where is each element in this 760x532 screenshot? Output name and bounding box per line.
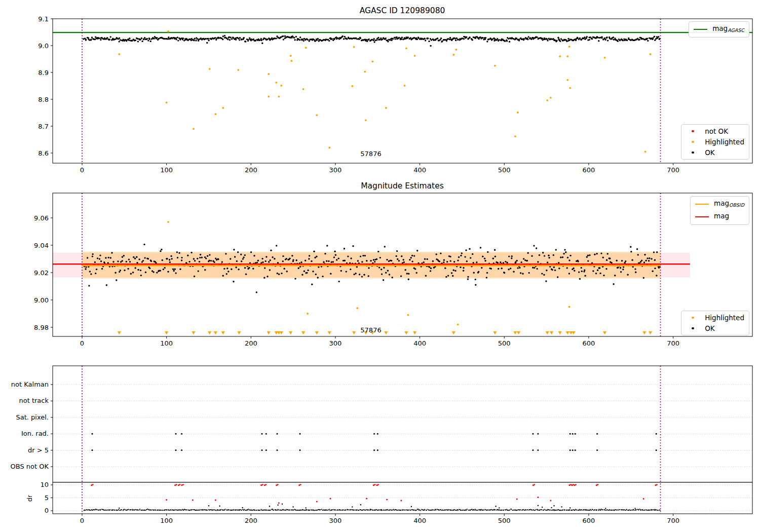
obsid-annotation-plot1: 57876 — [360, 150, 381, 158]
row-label-not-track: not track — [19, 396, 49, 405]
obsid-annotation-plot2: 57876 — [360, 326, 381, 334]
black-dot-swatch — [686, 151, 700, 154]
figure-canvas: 01002003004005006007009.19.08.98.88.78.6… — [0, 0, 760, 532]
svg-text:100: 100 — [160, 517, 173, 524]
row-label-dr-gt-5: dr > 5 — [28, 446, 49, 455]
svg-text:0: 0 — [80, 517, 84, 524]
plot1-title: AGASC ID 120989080 — [360, 6, 445, 15]
legend-entry-mag: mag — [695, 212, 744, 222]
ok-points-plot1 — [83, 35, 661, 47]
svg-text:9.0: 9.0 — [38, 42, 49, 50]
flagged-obsid-triangles — [118, 331, 652, 334]
dr-ok-bump-points — [119, 504, 636, 509]
legend-entry-ok: OK — [686, 148, 744, 157]
svg-text:200: 200 — [245, 166, 257, 174]
red-line-swatch — [695, 216, 709, 218]
svg-text:600: 600 — [582, 517, 595, 524]
legend-label: Highlighted — [705, 314, 744, 322]
svg-text:300: 300 — [329, 166, 342, 174]
mag-overview-yticks: 9.19.08.98.88.78.6 — [38, 15, 53, 157]
legend-label: OK — [705, 324, 714, 332]
legend-plot2-lines: magOBSID mag — [690, 196, 749, 225]
row-label-obs-not-ok: OBS not OK — [11, 462, 49, 471]
svg-text:0: 0 — [80, 166, 84, 174]
legend-entry-not-ok: not OK — [686, 127, 744, 135]
svg-text:400: 400 — [413, 166, 426, 174]
plot2-title: Magnitude Estimates — [361, 181, 444, 191]
legend-label: OK — [705, 148, 714, 157]
dr-tick-0: 0 — [45, 506, 49, 515]
legend-entry-mag-obsid: magOBSID — [695, 199, 744, 209]
svg-text:9.00: 9.00 — [34, 296, 49, 304]
svg-text:9.04: 9.04 — [34, 242, 49, 249]
legend-entry-ok: OK — [686, 324, 744, 332]
magnitude-estimates-yticks: 9.069.049.029.008.98 — [34, 214, 53, 331]
svg-text:9.02: 9.02 — [34, 269, 49, 277]
legend-entry-mag-agasc: magAGASC — [694, 24, 744, 34]
legend-plot1-points: not OK Highlighted OK — [681, 124, 749, 160]
green-line-swatch — [694, 29, 707, 30]
svg-text:8.6: 8.6 — [38, 149, 49, 157]
orange-dot-swatch — [686, 141, 700, 143]
row-label-sat-pixel: Sat. pixel. — [16, 413, 49, 422]
legend-label: magOBSID — [714, 199, 744, 209]
dr-clipped-points — [91, 484, 658, 486]
svg-text:9.06: 9.06 — [34, 214, 49, 222]
obsid-boundary-lines-plot3 — [82, 366, 661, 514]
svg-text:9.1: 9.1 — [38, 15, 49, 23]
flag-gridlines — [53, 385, 752, 511]
svg-text:100: 100 — [160, 166, 173, 174]
svg-text:8.8: 8.8 — [38, 96, 49, 103]
svg-text:400: 400 — [413, 339, 426, 347]
svg-text:300: 300 — [329, 339, 342, 347]
svg-text:400: 400 — [413, 517, 426, 524]
highlighted-points-plot1 — [118, 30, 651, 153]
svg-text:8.9: 8.9 — [38, 69, 49, 77]
legend-label: mag — [714, 212, 729, 222]
legend-entry-highlighted: Highlighted — [686, 314, 744, 322]
figure-page: { "colors": { "green": "#008000", "orang… — [0, 0, 760, 532]
svg-text:100: 100 — [160, 339, 173, 347]
svg-text:8.98: 8.98 — [34, 324, 49, 331]
dr-tick-10: 10 — [40, 480, 49, 489]
svg-text:0: 0 — [80, 339, 84, 347]
row-label-not-kalman: not Kalman — [11, 380, 49, 389]
legend-entry-highlighted: Highlighted — [686, 138, 744, 146]
legend-label: not OK — [705, 127, 728, 135]
dr-axis-label: dr — [26, 495, 33, 502]
svg-text:200: 200 — [245, 339, 257, 347]
black-dot-swatch — [686, 327, 700, 330]
dr-gt5-flag-points — [92, 449, 657, 451]
mag-overview-axes: 0100200300400500600700 — [53, 19, 752, 174]
legend-plot2-points: Highlighted OK — [681, 311, 749, 335]
svg-text:300: 300 — [329, 517, 342, 524]
orange-dot-swatch — [686, 317, 700, 319]
ion-rad-flag-points — [92, 433, 657, 435]
svg-text:500: 500 — [498, 339, 511, 347]
svg-text:700: 700 — [667, 339, 679, 347]
legend-mag-agasc: magAGASC — [689, 21, 749, 37]
dr-tick-5: 5 — [45, 493, 49, 503]
svg-text:200: 200 — [245, 517, 257, 524]
svg-text:600: 600 — [582, 166, 595, 174]
red-dot-swatch — [686, 130, 700, 133]
legend-label: Highlighted — [705, 138, 744, 146]
legend-label: magAGASC — [712, 24, 744, 34]
svg-text:500: 500 — [498, 517, 511, 524]
row-label-ion-rad: Ion. rad. — [21, 429, 49, 438]
svg-text:700: 700 — [667, 166, 679, 174]
svg-text:700: 700 — [667, 517, 679, 524]
svg-text:600: 600 — [582, 339, 595, 347]
svg-text:500: 500 — [498, 166, 511, 174]
svg-text:8.7: 8.7 — [38, 123, 49, 130]
orange-line-swatch — [695, 204, 709, 205]
